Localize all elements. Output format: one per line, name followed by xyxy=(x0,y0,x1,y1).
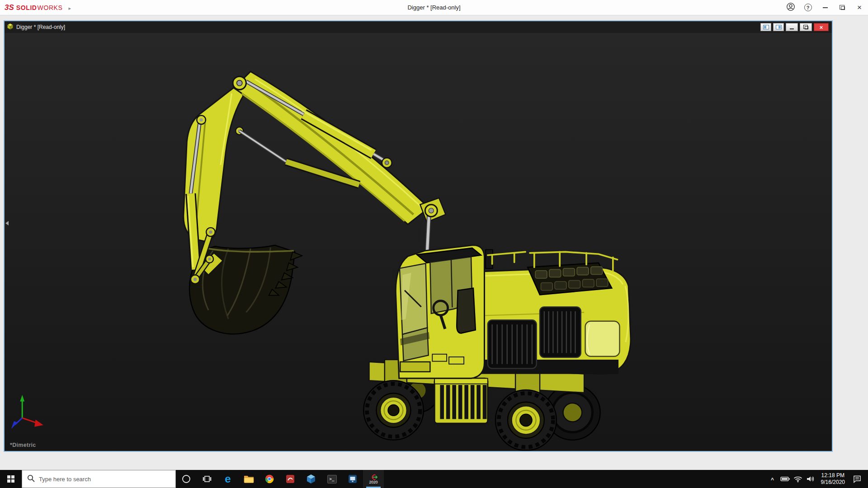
app-titlebar: 3S SOLID WORKS ▸ Digger * [Read-only] ? … xyxy=(0,0,868,15)
restore-icon xyxy=(841,6,845,10)
minimize-icon xyxy=(790,28,794,29)
app-title: Digger * [Read-only] xyxy=(0,4,868,11)
help-icon: ? xyxy=(804,4,812,11)
document-title: Digger * [Read-only] xyxy=(16,24,65,30)
mirror xyxy=(392,269,396,277)
menu-flyout-arrow-icon[interactable]: ▸ xyxy=(68,5,71,11)
restore-icon xyxy=(805,26,808,29)
search-icon xyxy=(27,474,35,484)
taskbar-app-terminal[interactable]: >_ xyxy=(321,470,342,488)
task-view-button[interactable] xyxy=(197,470,217,488)
app-window-controls: ? × xyxy=(782,0,868,15)
system-tray: ^ 12:18 PM 9/16/2020 xyxy=(766,470,868,488)
task-view-icon xyxy=(203,475,212,483)
side-grille-right xyxy=(540,307,581,357)
stick-top-pin xyxy=(199,118,203,122)
search-input[interactable] xyxy=(39,476,170,483)
blue-app-icon xyxy=(348,474,358,484)
tray-expand-button[interactable]: ^ xyxy=(766,470,779,488)
cortana-icon xyxy=(182,474,191,483)
taskbar-app-edge[interactable]: e xyxy=(217,470,238,488)
file-explorer-icon xyxy=(243,474,254,484)
taskbar-app-solidworks-2020[interactable]: 2020 xyxy=(363,470,384,488)
cube-icon xyxy=(306,474,316,484)
graphics-viewport[interactable]: *Dimetric xyxy=(5,33,832,451)
tile-right-icon xyxy=(776,25,782,29)
battery-status[interactable] xyxy=(779,470,792,488)
network-status[interactable] xyxy=(792,470,804,488)
document-titlebar[interactable]: Digger * [Read-only] × xyxy=(5,21,832,33)
action-center-button[interactable] xyxy=(849,470,865,488)
side-grille-left xyxy=(488,320,537,368)
close-icon: × xyxy=(857,4,862,11)
solidworks-2020-icon: 2020 xyxy=(369,474,378,484)
taskbar-search[interactable] xyxy=(22,470,176,488)
taskbar-app-cube[interactable] xyxy=(301,470,321,488)
windows-logo-icon xyxy=(7,475,14,483)
document-window: Digger * [Read-only] × xyxy=(4,20,833,452)
brand-works: WORKS xyxy=(38,4,63,11)
assembly-document-icon xyxy=(7,23,14,32)
rear-near-wheel xyxy=(495,390,557,450)
speaker-icon xyxy=(806,475,815,483)
app-close-button[interactable]: × xyxy=(851,0,868,15)
front-near-wheel xyxy=(363,380,423,440)
app-client-area: Digger * [Read-only] × xyxy=(0,15,868,470)
app-minimize-button[interactable] xyxy=(816,0,834,15)
solidworks-app-window: 3S SOLID WORKS ▸ Digger * [Read-only] ? … xyxy=(0,0,868,488)
seat xyxy=(457,288,476,333)
3ds-logo-mark: 3S xyxy=(5,3,14,12)
taskbar-app-file-explorer[interactable] xyxy=(238,470,259,488)
edge-icon: e xyxy=(225,474,231,484)
taskbar-app-red[interactable] xyxy=(280,470,301,488)
clock-time: 12:18 PM xyxy=(821,472,845,479)
tile-window-left-button[interactable] xyxy=(760,23,771,31)
help-button[interactable]: ? xyxy=(799,0,816,15)
brand-solid: SOLID xyxy=(16,4,37,11)
account-button[interactable] xyxy=(782,0,799,15)
taskbar-app-blue[interactable] xyxy=(342,470,363,488)
wifi-icon xyxy=(793,476,802,483)
document-restore-button[interactable] xyxy=(800,23,812,31)
tile-window-right-button[interactable] xyxy=(773,23,784,31)
app-restore-button[interactable] xyxy=(834,0,851,15)
view-orientation-label: *Dimetric xyxy=(10,442,36,448)
3d-scene[interactable] xyxy=(5,33,832,451)
solidworks-logo: 3S SOLID WORKS ▸ xyxy=(0,3,71,12)
taskbar-clock[interactable]: 12:18 PM 9/16/2020 xyxy=(817,472,849,486)
red-app-icon xyxy=(285,474,295,484)
clock-date: 9/16/2020 xyxy=(821,479,845,486)
rear-panel xyxy=(585,321,620,357)
terminal-icon: >_ xyxy=(327,475,337,483)
document-minimize-button[interactable] xyxy=(786,23,798,31)
user-account-icon xyxy=(786,2,795,13)
document-window-controls: × xyxy=(760,23,830,31)
tile-left-icon xyxy=(763,25,769,29)
volume-status[interactable] xyxy=(804,470,817,488)
boom-apex-pin xyxy=(237,80,242,86)
windows-taskbar: e >_ 2020 xyxy=(0,470,868,488)
minimize-icon xyxy=(823,7,828,8)
taskbar-app-chrome[interactable] xyxy=(259,470,280,488)
battery-icon xyxy=(780,476,790,482)
cortana-button[interactable] xyxy=(176,470,197,488)
document-close-button[interactable]: × xyxy=(814,23,829,31)
featuremanager-expand-arrow-icon[interactable] xyxy=(5,221,9,225)
chevron-up-icon: ^ xyxy=(771,477,774,483)
cab xyxy=(392,245,484,379)
action-center-icon xyxy=(853,475,861,483)
chrome-icon xyxy=(264,474,274,484)
start-button[interactable] xyxy=(0,470,22,488)
